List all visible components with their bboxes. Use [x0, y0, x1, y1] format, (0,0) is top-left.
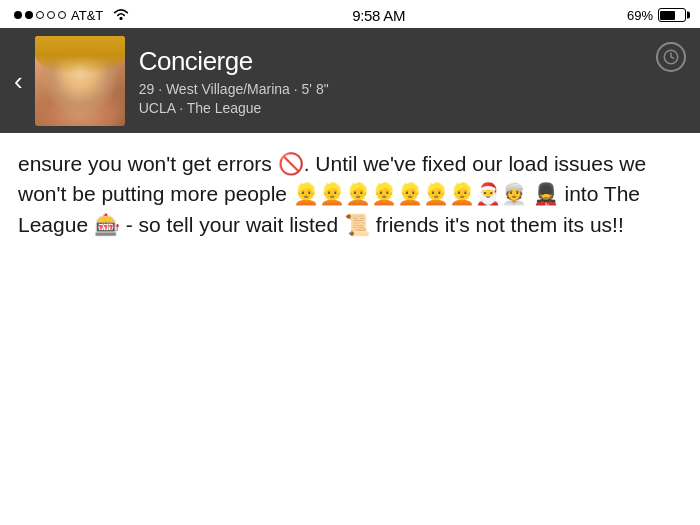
- profile-name: Concierge: [139, 46, 329, 77]
- battery-fill: [660, 11, 675, 20]
- message-text: ensure you won't get errors 🚫. Until we'…: [18, 149, 682, 240]
- signal-dot-4: [47, 11, 55, 19]
- signal-dot-1: [14, 11, 22, 19]
- svg-point-0: [120, 16, 123, 19]
- battery-percentage: 69%: [627, 8, 653, 23]
- history-button[interactable]: [656, 42, 686, 72]
- profile-info: Concierge 29 · West Village/Marina · 5' …: [139, 46, 329, 116]
- message-area: ensure you won't get errors 🚫. Until we'…: [0, 133, 700, 525]
- wifi-icon: [112, 7, 130, 24]
- signal-dot-5: [58, 11, 66, 19]
- battery-icon: [658, 8, 686, 22]
- back-button[interactable]: ‹: [14, 68, 23, 94]
- signal-dot-2: [25, 11, 33, 19]
- time-display: 9:58 AM: [352, 7, 405, 24]
- signal-dot-3: [36, 11, 44, 19]
- carrier-name: AT&T: [71, 8, 103, 23]
- signal-strength: [14, 11, 66, 19]
- profile-header: ‹ Concierge 29 · West Village/Marina · 5…: [0, 28, 700, 133]
- status-bar: AT&T 9:58 AM 69%: [0, 0, 700, 28]
- profile-details-line2: UCLA · The League: [139, 100, 329, 116]
- profile-photo[interactable]: [35, 36, 125, 126]
- status-right: 69%: [627, 8, 686, 23]
- profile-details-line1: 29 · West Village/Marina · 5' 8": [139, 81, 329, 97]
- profile-photo-image: [35, 36, 125, 126]
- status-left: AT&T: [14, 7, 130, 24]
